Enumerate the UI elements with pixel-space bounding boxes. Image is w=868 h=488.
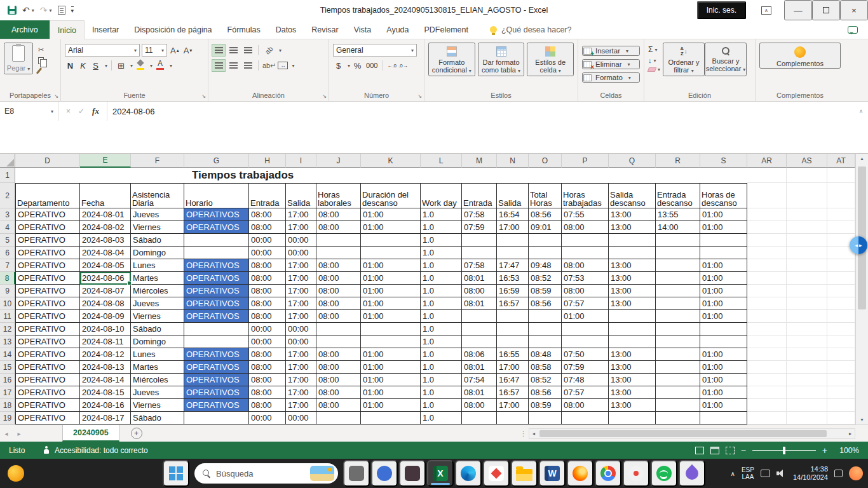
delete-cells-button[interactable]: Eliminar▾ — [582, 59, 640, 69]
orientation-icon[interactable]: ab — [262, 44, 275, 56]
cell-L19[interactable]: 1.0 — [421, 412, 462, 424]
empty-cell[interactable] — [787, 323, 827, 336]
cell-D18[interactable]: OPERATIVO — [15, 399, 80, 412]
taskbar-app-dark-icon[interactable] — [399, 460, 426, 487]
cell-S7[interactable]: 01:00 — [700, 259, 747, 272]
cell-N18[interactable]: 17:00 — [497, 399, 529, 412]
empty-cell[interactable] — [827, 259, 855, 272]
cell-P13[interactable] — [562, 336, 609, 348]
new-sheet-icon[interactable]: + — [131, 428, 142, 439]
empty-cell[interactable] — [827, 183, 855, 208]
taskbar-excel-icon[interactable]: X — [427, 460, 454, 487]
cell-N19[interactable] — [497, 412, 529, 424]
cell-P16[interactable]: 07:48 — [562, 374, 609, 386]
cell-R10[interactable] — [656, 297, 700, 310]
taskbar-search[interactable]: Búsqueda — [194, 463, 338, 484]
cell-M11[interactable] — [462, 310, 497, 323]
cell-R12[interactable] — [656, 323, 700, 336]
cell-H7[interactable]: 08:00 — [249, 259, 286, 272]
row-header-14[interactable]: 14 — [0, 348, 15, 361]
cell-P14[interactable]: 07:50 — [562, 348, 609, 361]
cell-G3[interactable]: OPERATIVOS — [184, 208, 249, 221]
cell-I12[interactable]: 00:00 — [286, 323, 316, 336]
cell-I6[interactable]: 00:00 — [286, 247, 316, 259]
cell-N10[interactable]: 16:57 — [497, 297, 529, 310]
formula-input[interactable]: 2024-08-06 — [107, 102, 854, 121]
currency-format-icon[interactable]: $ — [333, 60, 344, 72]
header-cell[interactable]: Work day — [421, 183, 462, 208]
cell-Q4[interactable]: 13:00 — [609, 221, 656, 234]
cell-N15[interactable]: 17:00 — [497, 361, 529, 374]
zoom-out-icon[interactable]: − — [741, 446, 746, 455]
cell-D15[interactable]: OPERATIVO — [15, 361, 80, 374]
cell-G18[interactable]: OPERATIVOS — [184, 399, 249, 412]
cell-K6[interactable] — [361, 247, 421, 259]
comments-icon[interactable] — [848, 26, 858, 34]
cell-N11[interactable] — [497, 310, 529, 323]
cell-L10[interactable]: 1.0 — [421, 297, 462, 310]
empty-cell[interactable] — [787, 336, 827, 348]
cell-E15[interactable]: 2024-08-13 — [80, 361, 131, 374]
empty-cell[interactable] — [787, 297, 827, 310]
cell-E5[interactable]: 2024-08-03 — [80, 234, 131, 247]
taskbar-word-icon[interactable]: W — [539, 460, 566, 487]
empty-cell[interactable] — [747, 208, 787, 221]
cell-Q9[interactable]: 13:00 — [609, 285, 656, 297]
cell-E9[interactable]: 2024-08-07 — [80, 285, 131, 297]
cell-P9[interactable]: 08:00 — [562, 285, 609, 297]
cell-D12[interactable]: OPERATIVO — [15, 323, 80, 336]
cell-E6[interactable]: 2024-08-04 — [80, 247, 131, 259]
cell-K17[interactable]: 01:00 — [361, 386, 421, 399]
conditional-formatting-button[interactable]: Formato condicional▾ — [428, 43, 475, 76]
cell-S5[interactable] — [700, 234, 747, 247]
vertical-scrollbar[interactable]: ▴ ▾ — [855, 154, 868, 424]
taskbar-app-blue-icon[interactable] — [371, 460, 398, 487]
empty-cell[interactable] — [827, 348, 855, 361]
cell-I17[interactable]: 17:00 — [286, 386, 316, 399]
cell-Q8[interactable]: 13:00 — [609, 272, 656, 285]
normal-view-icon[interactable] — [695, 447, 704, 454]
scroll-right-icon[interactable]: ▸ — [846, 431, 855, 437]
notification-icon[interactable] — [834, 470, 843, 477]
taskbar-firefox-icon[interactable] — [567, 460, 593, 487]
cell-D9[interactable]: OPERATIVO — [15, 285, 80, 297]
cell-M16[interactable]: 07:54 — [462, 374, 497, 386]
tab-revisar[interactable]: Revisar — [304, 20, 346, 39]
cell-I13[interactable]: 00:00 — [286, 336, 316, 348]
page-break-view-icon[interactable] — [726, 447, 735, 454]
column-header-O[interactable]: O — [529, 154, 562, 168]
cell-G16[interactable]: OPERATIVOS — [184, 374, 249, 386]
cell-M13[interactable] — [462, 336, 497, 348]
cell-R4[interactable]: 14:00 — [656, 221, 700, 234]
cell-H11[interactable]: 08:00 — [249, 310, 286, 323]
cell-K5[interactable] — [361, 234, 421, 247]
cell-O7[interactable]: 09:48 — [529, 259, 562, 272]
cell-H19[interactable]: 00:00 — [249, 412, 286, 424]
cell-styles-button[interactable]: Estilos de celda▾ — [527, 43, 574, 76]
empty-cell[interactable] — [787, 221, 827, 234]
language-switcher[interactable]: ESPLAA — [742, 466, 754, 480]
cell-J4[interactable]: 08:00 — [316, 221, 361, 234]
cell-F17[interactable]: Jueves — [131, 386, 184, 399]
cell-O3[interactable]: 08:56 — [529, 208, 562, 221]
decrease-font-icon[interactable]: A▾ — [182, 44, 194, 57]
select-all-corner[interactable] — [0, 154, 15, 168]
horizontal-scrollbar[interactable]: ◂ ▸ — [529, 428, 855, 439]
quick-doc-icon[interactable] — [58, 6, 65, 15]
header-cell[interactable]: Horas laborales — [316, 183, 361, 208]
cell-I3[interactable]: 17:00 — [286, 208, 316, 221]
cell-F10[interactable]: Jueves — [131, 297, 184, 310]
name-box[interactable]: E8▾ — [0, 102, 58, 121]
empty-cell[interactable] — [747, 374, 787, 386]
sheet-nav-left-icon[interactable]: ◂ — [0, 425, 13, 442]
cell-J3[interactable]: 08:00 — [316, 208, 361, 221]
cell-M12[interactable] — [462, 323, 497, 336]
cell-O14[interactable]: 08:48 — [529, 348, 562, 361]
empty-cell[interactable] — [747, 168, 787, 183]
cell-F8[interactable]: Martes — [131, 272, 184, 285]
column-header-J[interactable]: J — [316, 154, 361, 168]
empty-cell[interactable] — [827, 336, 855, 348]
cell-D5[interactable]: OPERATIVO — [15, 234, 80, 247]
cut-icon[interactable]: ✂ — [38, 46, 44, 54]
cancel-icon[interactable]: × — [66, 107, 71, 116]
